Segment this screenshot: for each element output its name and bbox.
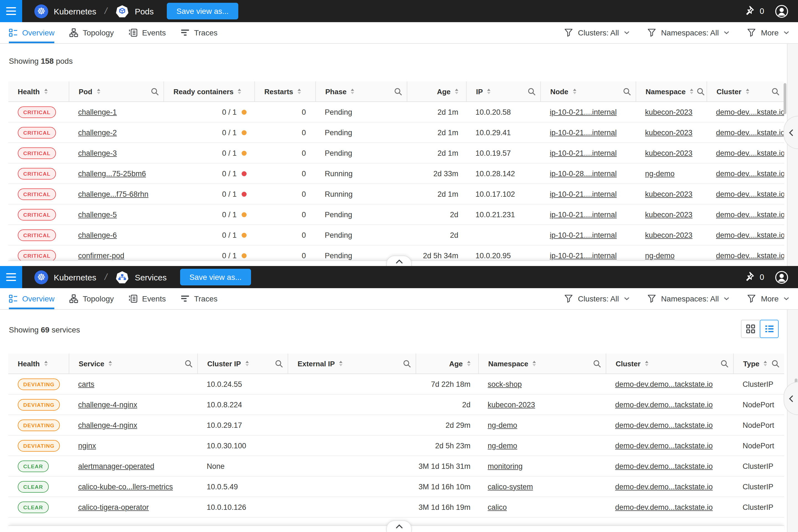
cluster-link[interactable]: demo-dev.demo...tackstate.io (615, 503, 712, 511)
search-icon[interactable] (697, 87, 705, 96)
service-link[interactable]: alertmanager-operated (78, 462, 154, 470)
breadcrumb-page[interactable]: Services (135, 272, 167, 282)
pod-link[interactable]: challenge-5 (78, 210, 117, 218)
breadcrumb-root[interactable]: Kubernetes (54, 272, 96, 282)
avatar[interactable] (775, 270, 788, 284)
pod-link[interactable]: challeng...75-25bm6 (78, 169, 146, 177)
namespace-link[interactable]: calico (488, 503, 507, 511)
column-header-external_ip[interactable]: External IP (288, 354, 416, 374)
sort-icon[interactable] (533, 360, 536, 366)
sort-icon[interactable] (690, 89, 694, 94)
tab-traces[interactable]: Traces (180, 288, 217, 309)
column-header-cluster[interactable]: Cluster (706, 81, 784, 101)
column-header-ready[interactable]: Ready containers (164, 81, 254, 101)
column-header-namespace[interactable]: Namespace (635, 81, 706, 101)
namespaces-filter[interactable]: Namespaces: All (647, 294, 729, 303)
search-icon[interactable] (185, 359, 193, 368)
column-header-cluster[interactable]: Cluster (606, 354, 733, 374)
namespace-link[interactable]: ng-demo (488, 421, 517, 429)
cluster-link[interactable]: demo-dev.demo...tackstate.io (615, 400, 712, 409)
column-header-phase[interactable]: Phase (315, 81, 407, 101)
node-link[interactable]: ip-10-0-21....internal (550, 251, 617, 260)
namespace-link[interactable]: ng-demo (488, 441, 517, 450)
column-header-health[interactable]: Health (8, 81, 69, 101)
sort-icon[interactable] (764, 360, 767, 366)
clusters-filter[interactable]: Clusters: All (564, 294, 629, 303)
sort-icon[interactable] (298, 89, 301, 94)
node-link[interactable]: ip-10-0-21....internal (550, 108, 617, 116)
sort-icon[interactable] (238, 89, 241, 94)
cluster-link[interactable]: demo-dev....kstate.io (716, 231, 784, 239)
column-header-health[interactable]: Health (8, 354, 69, 374)
namespace-link[interactable]: ng-demo (645, 251, 675, 260)
search-icon[interactable] (528, 87, 536, 96)
collapse-panel-handle[interactable] (784, 382, 798, 415)
sort-icon[interactable] (245, 360, 249, 366)
search-icon[interactable] (394, 87, 402, 96)
sort-icon[interactable] (351, 89, 355, 94)
sort-icon[interactable] (455, 89, 458, 94)
cluster-link[interactable]: demo-dev....kstate.io (716, 251, 784, 260)
service-link[interactable]: challenge-4-nginx (78, 400, 137, 409)
service-link[interactable]: nginx (78, 441, 96, 450)
grid-view-button[interactable] (741, 320, 760, 338)
search-icon[interactable] (772, 359, 780, 368)
sort-icon[interactable] (109, 360, 112, 366)
search-icon[interactable] (151, 87, 159, 96)
pin-icon[interactable] (743, 5, 755, 17)
hamburger-menu-button[interactable] (0, 0, 22, 22)
namespace-link[interactable]: kubecon-2023 (645, 210, 692, 218)
pod-link[interactable]: challenge-3 (78, 149, 117, 157)
scroll-to-top-button[interactable] (386, 520, 412, 532)
namespace-link[interactable]: calico-system (488, 482, 533, 491)
tab-overview[interactable]: Overview (9, 288, 55, 309)
cluster-link[interactable]: demo-dev....kstate.io (716, 128, 784, 137)
pod-link[interactable]: confirmer-pod (78, 251, 125, 260)
column-header-ip[interactable]: IP (466, 81, 540, 101)
cluster-link[interactable]: demo-dev.demo...tackstate.io (615, 441, 712, 450)
cluster-link[interactable]: demo-dev.demo...tackstate.io (615, 421, 712, 429)
column-header-service[interactable]: Service (69, 354, 197, 374)
namespace-link[interactable]: kubecon-2023 (645, 108, 692, 116)
namespace-link[interactable]: kubecon-2023 (645, 231, 692, 239)
cluster-link[interactable]: demo-dev....kstate.io (716, 210, 784, 218)
namespace-link[interactable]: sock-shop (488, 380, 522, 388)
sort-icon[interactable] (488, 89, 491, 94)
node-link[interactable]: ip-10-0-21....internal (550, 231, 617, 239)
sort-icon[interactable] (467, 360, 471, 366)
tab-events[interactable]: Events (129, 288, 166, 309)
pod-link[interactable]: challenge...f75-68rhn (78, 190, 149, 198)
namespace-link[interactable]: kubecon-2023 (645, 128, 692, 137)
avatar[interactable] (775, 4, 788, 18)
column-header-age[interactable]: Age (416, 354, 478, 374)
sort-icon[interactable] (44, 360, 48, 366)
column-header-type[interactable]: Type (733, 354, 784, 374)
namespace-link[interactable]: ng-demo (645, 169, 675, 177)
column-header-restarts[interactable]: Restarts (254, 81, 315, 101)
node-link[interactable]: ip-10-0-21....internal (550, 210, 617, 218)
tab-traces[interactable]: Traces (180, 22, 217, 43)
namespaces-filter[interactable]: Namespaces: All (647, 28, 729, 37)
collapse-panel-handle[interactable] (784, 116, 798, 149)
namespace-link[interactable]: kubecon-2023 (645, 190, 692, 198)
more-filter[interactable]: More (747, 294, 789, 303)
search-icon[interactable] (772, 87, 780, 96)
node-link[interactable]: ip-10-0-21....internal (550, 190, 617, 198)
more-filter[interactable]: More (747, 28, 789, 37)
sort-icon[interactable] (339, 360, 342, 366)
service-link[interactable]: calico-kube-co...llers-metrics (78, 482, 173, 491)
sort-icon[interactable] (645, 360, 648, 366)
sort-icon[interactable] (44, 89, 48, 94)
hamburger-menu-button[interactable] (0, 266, 22, 288)
cluster-link[interactable]: demo-dev.demo...tackstate.io (615, 380, 712, 388)
save-view-as-button[interactable]: Save view as... (167, 3, 238, 19)
cluster-link[interactable]: demo-dev.demo...tackstate.io (615, 482, 712, 491)
scroll-to-top-button[interactable] (386, 255, 412, 266)
column-header-node[interactable]: Node (540, 81, 635, 101)
node-link[interactable]: ip-10-0-21....internal (550, 128, 617, 137)
search-icon[interactable] (593, 359, 601, 368)
tab-topology[interactable]: Topology (70, 22, 114, 43)
sort-icon[interactable] (97, 89, 100, 94)
save-view-as-button[interactable]: Save view as... (180, 269, 251, 285)
search-icon[interactable] (623, 87, 631, 96)
